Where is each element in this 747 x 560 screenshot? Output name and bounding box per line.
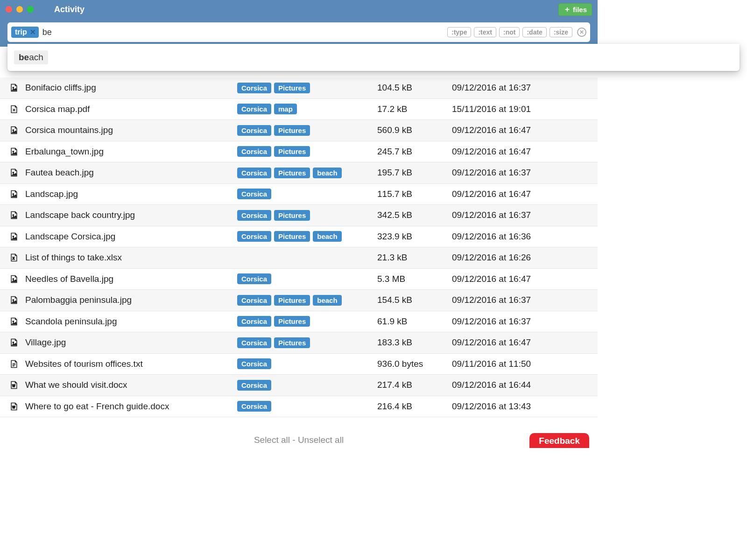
- tag[interactable]: Corsica: [237, 168, 271, 178]
- tag[interactable]: beach: [313, 168, 341, 178]
- file-date: 15/11/2016 at 19:01: [452, 104, 589, 114]
- image-file-icon: [6, 125, 22, 136]
- plus-icon: ＋: [564, 6, 571, 13]
- file-row[interactable]: Landscape Corsica.jpgCorsicaPicturesbeac…: [0, 226, 598, 248]
- feedback-button[interactable]: Feedback: [529, 433, 589, 448]
- file-name: Palombaggia peninsula.jpg: [22, 295, 237, 305]
- file-name: Corsica map.pdf: [22, 104, 237, 114]
- file-row[interactable]: Websites of tourism offices.txtCorsica93…: [0, 354, 598, 375]
- file-row[interactable]: Palombaggia peninsula.jpgCorsicaPictures…: [0, 290, 598, 311]
- filter-text-button[interactable]: :text: [474, 27, 496, 37]
- svg-point-11: [13, 342, 14, 343]
- file-row[interactable]: Scandola peninsula.jpgCorsicaPictures61.…: [0, 311, 598, 333]
- zoom-window-button[interactable]: [27, 6, 34, 13]
- tag[interactable]: Pictures: [274, 83, 310, 93]
- tag[interactable]: Pictures: [274, 168, 310, 178]
- tag[interactable]: Corsica: [237, 83, 271, 93]
- tag[interactable]: Pictures: [274, 316, 310, 327]
- filter-date-button[interactable]: :date: [522, 27, 546, 37]
- unselect-all-link[interactable]: Unselect all: [298, 435, 344, 445]
- filter-size-button[interactable]: :size: [550, 27, 572, 37]
- filter-not-button[interactable]: :not: [499, 27, 520, 37]
- autocomplete-rest: ach: [29, 52, 43, 62]
- file-size: 104.5 kB: [377, 83, 452, 93]
- tag[interactable]: Pictures: [274, 125, 310, 136]
- tag[interactable]: Pictures: [274, 231, 310, 242]
- remove-chip-icon[interactable]: ✕: [30, 28, 36, 36]
- docx-file-icon: W: [6, 379, 22, 391]
- file-tags: CorsicaPictures: [237, 146, 377, 157]
- image-file-icon: [6, 82, 22, 93]
- file-row[interactable]: Fautea beach.jpgCorsicaPicturesbeach195.…: [0, 162, 598, 184]
- tag[interactable]: Corsica: [237, 273, 271, 284]
- tag[interactable]: Pictures: [274, 210, 310, 221]
- file-row[interactable]: Landscape back country.jpgCorsicaPicture…: [0, 205, 598, 226]
- xlsx-file-icon: X: [6, 252, 22, 263]
- svg-point-10: [13, 321, 14, 322]
- svg-point-4: [13, 194, 14, 195]
- tag[interactable]: Corsica: [237, 231, 271, 242]
- pdf-file-icon: [6, 104, 22, 115]
- file-size: 560.9 kB: [377, 125, 452, 135]
- file-date: 09/11/2016 at 11:50: [452, 359, 589, 369]
- file-row[interactable]: WWhat we should visit.docxCorsica217.4 k…: [0, 375, 598, 396]
- tag[interactable]: Corsica: [237, 295, 271, 306]
- file-date: 09/12/2016 at 16:47: [452, 274, 589, 284]
- add-files-button[interactable]: ＋ files: [558, 3, 592, 16]
- tag[interactable]: Corsica: [237, 358, 271, 369]
- image-file-icon: [6, 337, 22, 348]
- tag[interactable]: Corsica: [237, 146, 271, 157]
- autocomplete-suggestion[interactable]: beach: [14, 50, 48, 64]
- tag[interactable]: Corsica: [237, 337, 271, 348]
- file-row[interactable]: Needles of Bavella.jpgCorsica5.3 MB09/12…: [0, 269, 598, 290]
- svg-point-1: [13, 130, 14, 131]
- file-tags: CorsicaPicturesbeach: [237, 231, 377, 242]
- file-row[interactable]: Landscap.jpgCorsica115.7 kB09/12/2016 at…: [0, 184, 598, 205]
- file-name: Erbalunga_town.jpg: [22, 147, 237, 157]
- file-row[interactable]: Corsica map.pdfCorsicamap17.2 kB15/11/20…: [0, 99, 598, 120]
- tag[interactable]: Corsica: [237, 380, 271, 391]
- search-chip[interactable]: trip ✕: [11, 27, 39, 38]
- file-name: Needles of Bavella.jpg: [22, 274, 237, 284]
- file-row[interactable]: Erbalunga_town.jpgCorsicaPictures245.7 k…: [0, 141, 598, 163]
- tag[interactable]: Corsica: [237, 104, 271, 114]
- svg-text:W: W: [12, 384, 15, 387]
- file-name: Landscape Corsica.jpg: [22, 231, 237, 242]
- minimize-window-button[interactable]: [16, 6, 23, 13]
- file-tags: Corsica: [237, 358, 377, 369]
- search-input[interactable]: [42, 28, 70, 37]
- file-tags: Corsica: [237, 401, 377, 412]
- app-window: Activity ＋ files trip ✕ :type :text :not…: [0, 0, 598, 448]
- tag[interactable]: Corsica: [237, 316, 271, 327]
- tag[interactable]: Pictures: [274, 337, 310, 348]
- file-row[interactable]: Corsica mountains.jpgCorsicaPictures560.…: [0, 120, 598, 141]
- select-all-link[interactable]: Select all: [254, 435, 290, 445]
- tag[interactable]: Pictures: [274, 146, 310, 157]
- tag[interactable]: Corsica: [237, 401, 271, 412]
- file-list[interactable]: Bonifacio cliffs.jpgCorsicaPictures104.5…: [0, 77, 598, 431]
- file-name: List of things to take.xlsx: [22, 252, 237, 263]
- close-window-button[interactable]: [6, 6, 12, 13]
- file-row[interactable]: Bonifacio cliffs.jpgCorsicaPictures104.5…: [0, 77, 598, 99]
- file-name: Where to go eat - French guide.docx: [22, 401, 237, 412]
- tag[interactable]: map: [274, 104, 297, 114]
- file-row[interactable]: XList of things to take.xlsx21.3 kB09/12…: [0, 247, 598, 269]
- file-tags: CorsicaPicturesbeach: [237, 295, 377, 306]
- file-row[interactable]: WWhere to go eat - French guide.docxCors…: [0, 396, 598, 418]
- filter-type-button[interactable]: :type: [447, 27, 471, 37]
- file-tags: CorsicaPictures: [237, 316, 377, 327]
- file-tags: CorsicaPictures: [237, 125, 377, 136]
- file-row[interactable]: Village.jpgCorsicaPictures183.3 kB09/12/…: [0, 332, 598, 354]
- tag[interactable]: Pictures: [274, 295, 310, 306]
- file-size: 323.9 kB: [377, 231, 452, 242]
- file-tags: CorsicaPicturesbeach: [237, 168, 377, 178]
- file-name: Websites of tourism offices.txt: [22, 359, 237, 369]
- searchbar[interactable]: trip ✕ :type :text :not :date :size ✕: [7, 22, 590, 42]
- tag[interactable]: Corsica: [237, 210, 271, 221]
- clear-search-icon[interactable]: ✕: [577, 28, 586, 37]
- tag[interactable]: beach: [313, 295, 341, 306]
- tag[interactable]: beach: [313, 231, 341, 242]
- tag[interactable]: Corsica: [237, 189, 271, 199]
- tag[interactable]: Corsica: [237, 125, 271, 136]
- file-tags: CorsicaPictures: [237, 83, 377, 93]
